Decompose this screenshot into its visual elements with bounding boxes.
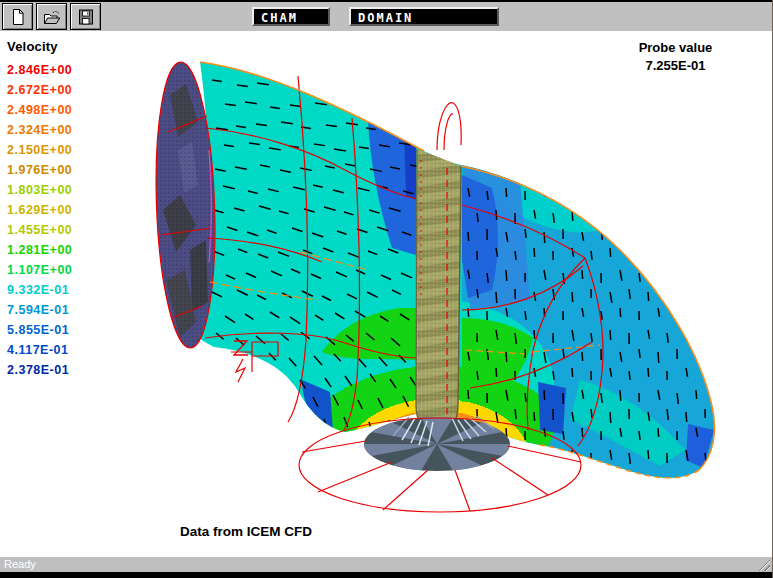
legend-entry: 1.455E+00: [7, 220, 117, 240]
cham-field[interactable]: CHAM: [252, 7, 330, 26]
probe-label: Probe value: [628, 40, 723, 55]
save-floppy-icon: [76, 7, 96, 27]
open-file-button[interactable]: [36, 3, 67, 30]
status-bar: Ready: [0, 556, 772, 572]
probe-value: 7.255E-01: [628, 58, 723, 73]
velocity-legend: Velocity 2.846E+002.672E+002.498E+002.32…: [7, 39, 117, 380]
domain-field[interactable]: DOMAIN: [349, 7, 499, 26]
legend-rows: 2.846E+002.672E+002.498E+002.324E+002.15…: [7, 60, 117, 380]
legend-entry: 1.107E+00: [7, 260, 117, 280]
legend-entry: 2.150E+00: [7, 140, 117, 160]
app-window: CHAM DOMAIN: [0, 0, 773, 578]
legend-entry: 2.672E+00: [7, 80, 117, 100]
viewer-canvas: Velocity 2.846E+002.672E+002.498E+002.32…: [0, 31, 773, 556]
legend-entry: 1.281E+00: [7, 240, 117, 260]
probe-readout: Probe value 7.255E-01: [628, 40, 723, 73]
new-file-button[interactable]: [2, 3, 33, 30]
legend-entry: 5.855E-01: [7, 320, 117, 340]
legend-title: Velocity: [7, 39, 117, 54]
open-folder-icon: [42, 7, 62, 27]
toolbar: CHAM DOMAIN: [0, 2, 772, 31]
legend-entry: 2.846E+00: [7, 60, 117, 80]
legend-entry: 1.976E+00: [7, 160, 117, 180]
plot-caption: Data from ICEM CFD: [180, 524, 312, 539]
legend-entry: 4.117E-01: [7, 340, 117, 360]
taskbar-strip: [0, 572, 772, 578]
save-file-button[interactable]: [70, 3, 101, 30]
status-text: Ready: [4, 558, 36, 570]
legend-entry: 2.378E-01: [7, 360, 117, 380]
legend-entry: 1.803E+00: [7, 180, 117, 200]
legend-entry: 1.629E+00: [7, 200, 117, 220]
legend-entry: 2.324E+00: [7, 120, 117, 140]
legend-entry: 7.594E-01: [7, 300, 117, 320]
legend-entry: 2.498E+00: [7, 100, 117, 120]
resize-grip[interactable]: [757, 558, 770, 571]
legend-entry: 9.332E-01: [7, 280, 117, 300]
new-document-icon: [8, 7, 28, 27]
